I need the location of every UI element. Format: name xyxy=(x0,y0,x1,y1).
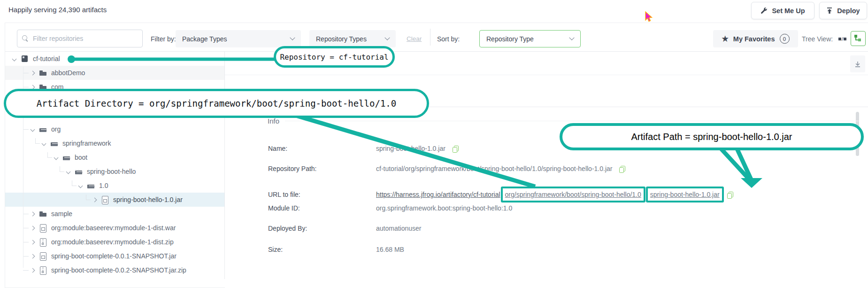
set-me-up-button[interactable]: Set Me Up xyxy=(751,2,814,19)
copy-icon[interactable] xyxy=(619,166,624,172)
open-folder-icon xyxy=(75,168,83,175)
sort-by-label: Sort by: xyxy=(437,35,460,43)
chevron-down-icon[interactable] xyxy=(12,56,17,61)
zip-file-icon xyxy=(39,266,47,274)
repository-icon xyxy=(21,55,29,62)
tree-view-toggle[interactable] xyxy=(851,31,866,46)
flat-view-slash: / xyxy=(842,36,843,42)
chevron-down-icon[interactable] xyxy=(42,141,46,146)
tree-row-label: boot xyxy=(75,154,87,161)
chevron-right-icon[interactable] xyxy=(31,240,35,244)
copy-icon[interactable] xyxy=(453,146,458,152)
tree-row-cf-tutorial[interactable]: cf-tutorial xyxy=(5,52,224,66)
chevron-down-icon[interactable] xyxy=(78,183,83,188)
tree-row-label: spring-boot-complete-0.0.1-SNAPSHOT.jar xyxy=(51,252,177,260)
star-icon: ★ xyxy=(722,35,729,43)
open-folder-icon xyxy=(51,140,58,147)
tree-row-mymodule-zip[interactable]: org:module:baseerev:mymodule-1-dist.zip xyxy=(5,235,224,249)
tree-guide xyxy=(35,138,40,144)
main-panel: Filter by: Package Types Repository Type… xyxy=(5,23,868,288)
open-folder-icon xyxy=(63,154,70,161)
url-to-file-link[interactable]: https://harness.jfrog.io/artifactory/cf-… xyxy=(376,191,500,198)
chevron-right-icon[interactable] xyxy=(31,211,35,216)
tree-row-label: springframework xyxy=(62,140,111,147)
tree-guide xyxy=(23,129,29,130)
tree-row-snapshot-jar[interactable]: spring-boot-complete-0.0.1-SNAPSHOT.jar xyxy=(5,249,224,263)
deploy-label: Deploy xyxy=(837,7,860,15)
tree-row-label: spring-boot-hello xyxy=(87,168,136,175)
tree-guide xyxy=(23,87,29,87)
artifactory-tree-page: Happily serving 24,390 artifacts Set Me … xyxy=(0,0,868,288)
chevron-right-icon[interactable] xyxy=(31,254,35,258)
module-id-value: org.springframework.boot:spring-boot-hel… xyxy=(376,204,512,212)
url-file-highlight-box[interactable]: spring-boot-hello-1.0.jar xyxy=(646,187,724,202)
tree-row-springframework[interactable]: springframework xyxy=(5,136,224,150)
artifact-directory-annotation-text: Artifact Directory = org/springframework… xyxy=(37,98,396,109)
sort-by-value: Repository Type xyxy=(486,35,534,43)
tree-row-1-0[interactable]: 1.0 xyxy=(5,179,224,193)
chevron-right-icon[interactable] xyxy=(31,268,35,272)
tree-guide xyxy=(23,242,29,242)
chevron-down-icon xyxy=(290,35,295,40)
flat-view-icon xyxy=(844,38,846,40)
tree-row-abbotdemo[interactable]: abbotDemo xyxy=(5,66,224,80)
tree-row-boot[interactable]: boot xyxy=(5,150,224,164)
panel-divider xyxy=(225,75,868,75)
module-id-label: Module ID: xyxy=(268,204,300,212)
clear-filters-link[interactable]: Clear xyxy=(407,35,422,42)
filter-by-label: Filter by: xyxy=(151,35,176,43)
chevron-down-icon[interactable] xyxy=(66,169,71,174)
zip-file-icon xyxy=(39,238,47,246)
open-folder-icon xyxy=(87,182,95,189)
tree-row-sample[interactable]: sample xyxy=(5,207,224,221)
folder-icon xyxy=(39,210,47,218)
tree-row-label: org xyxy=(51,125,61,133)
chevron-right-icon[interactable] xyxy=(31,70,35,75)
tree-row-label: abbotDemo xyxy=(51,69,85,77)
filter-divider xyxy=(430,29,430,46)
tree-row-spring-boot-hello-jar[interactable]: spring-boot-hello-1.0.jar xyxy=(5,193,224,207)
info-row-url-to-file: URL to file: https://harness.jfrog.io/ar… xyxy=(225,186,868,203)
repository-path-value: cf-tutorial/org/springframework/boot/spr… xyxy=(376,165,612,172)
flat-view-toggle[interactable]: / xyxy=(835,32,850,46)
tree-guide xyxy=(86,195,91,200)
sort-by-dropdown[interactable]: Repository Type xyxy=(479,30,581,47)
tree-guide xyxy=(60,166,64,172)
url-to-file-label: URL to file: xyxy=(268,191,300,198)
artifact-path-annotation: Artifact Path = spring-boot-hello-1.0.ja… xyxy=(560,123,864,150)
package-types-dropdown[interactable]: Package Types xyxy=(176,30,301,47)
tree-row-mymodule-war[interactable]: org:module:baseerev:mymodule-1-dist.war xyxy=(5,221,224,235)
top-header: Happily serving 24,390 artifacts Set Me … xyxy=(0,0,868,23)
deploy-button[interactable]: Deploy xyxy=(819,2,867,19)
tree-row-org[interactable]: org xyxy=(5,122,224,136)
chevron-right-icon[interactable] xyxy=(31,226,35,230)
repository-types-dropdown[interactable]: Repository Types xyxy=(309,30,396,47)
copy-icon[interactable] xyxy=(727,192,732,198)
tree-guide xyxy=(23,228,29,228)
chevron-down-icon xyxy=(384,35,390,40)
chevron-down-icon[interactable] xyxy=(31,127,35,132)
repository-annotation: Repository = cf-tutorial xyxy=(274,46,395,68)
download-icon xyxy=(854,61,861,68)
tree-guide xyxy=(72,180,77,186)
tree-row-snapshot-zip[interactable]: spring-boot-complete-0.0.2-SNAPSHOT.jar.… xyxy=(5,263,224,277)
open-folder-icon xyxy=(39,125,47,133)
tree-row-label: sample xyxy=(51,210,72,218)
name-label: Name: xyxy=(268,145,287,152)
repository-annotation-text: Repository = cf-tutorial xyxy=(280,53,388,62)
url-directory-highlight-box[interactable]: org/springframework/boot/spring-boot-hel… xyxy=(501,187,645,202)
chevron-down-icon[interactable] xyxy=(54,155,59,160)
download-button[interactable] xyxy=(850,55,865,72)
deploy-icon xyxy=(826,7,833,14)
repository-filter-box xyxy=(17,30,143,47)
my-favorites-button[interactable]: ★ My Favorites 0 xyxy=(713,30,798,47)
chevron-right-icon[interactable] xyxy=(92,197,97,202)
search-icon xyxy=(22,35,29,42)
name-value: spring-boot-hello-1.0.jar xyxy=(376,145,446,152)
filter-repositories-input[interactable] xyxy=(33,35,138,42)
artifact-info-panel: Info Name: spring-boot-hello-1.0.jar Rep… xyxy=(225,52,868,288)
info-section-title: Info xyxy=(268,117,279,125)
tree-row-spring-boot-hello[interactable]: spring-boot-hello xyxy=(5,164,224,179)
size-value: 16.68 MB xyxy=(376,246,404,253)
size-label: Size: xyxy=(268,246,283,253)
